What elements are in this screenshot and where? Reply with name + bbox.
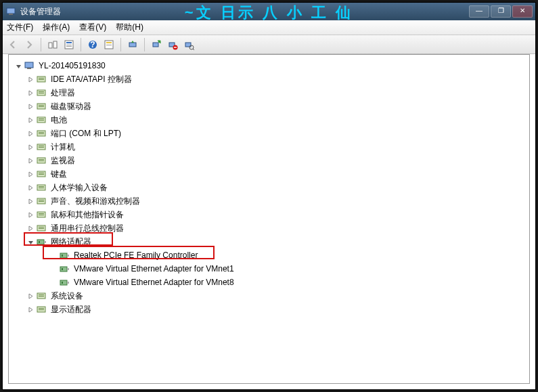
tree-root[interactable]: YL-201405191830 <box>12 59 526 72</box>
properties-button[interactable] <box>102 37 116 52</box>
uninstall-button[interactable] <box>149 37 164 52</box>
tree-item-label: 键盘 <box>49 168 68 181</box>
view-button[interactable] <box>62 37 76 52</box>
tree-category-8[interactable]: 人体学输入设备 <box>12 181 526 194</box>
tree-category-5[interactable]: 计算机 <box>12 140 526 154</box>
tree-category-2[interactable]: 磁盘驱动器 <box>12 100 526 113</box>
tree-category-3[interactable]: 电池 <box>12 113 526 127</box>
tree-category-7[interactable]: 键盘 <box>12 167 526 181</box>
svg-rect-60 <box>44 241 46 243</box>
svg-rect-39 <box>39 146 44 146</box>
menu-action[interactable]: 操作(A) <box>43 22 70 33</box>
maximize-button[interactable]: ❐ <box>491 5 511 18</box>
menu-view[interactable]: 查看(V) <box>79 22 106 33</box>
expander-icon[interactable] <box>26 129 35 137</box>
tree-item-label: VMware Virtual Ethernet Adapter for VMne… <box>72 263 236 274</box>
tree-pane[interactable]: YL-201405191830IDE ATA/ATAPI 控制器处理器磁盘驱动器… <box>8 54 530 384</box>
tree-device-12-1[interactable]: VMware Virtual Ethernet Adapter for VMne… <box>12 262 526 276</box>
tree-item-label: 人体学输入设备 <box>49 181 109 194</box>
expander-icon[interactable] <box>49 278 58 286</box>
device-manager-window: 设备管理器 — ❐ ✕ ~文 日示 八 小 工 仙 文件(F) 操作(A) 查看… <box>2 2 536 390</box>
device-icon <box>36 169 47 179</box>
expander-icon[interactable] <box>49 265 58 273</box>
svg-rect-48 <box>39 186 44 187</box>
svg-rect-70 <box>62 282 63 284</box>
window-title: 设备管理器 <box>20 6 469 18</box>
expander-icon[interactable] <box>26 102 35 110</box>
device-icon <box>36 114 47 125</box>
title-bar[interactable]: 设备管理器 — ❐ ✕ <box>3 3 535 20</box>
menu-help[interactable]: 帮助(H) <box>116 22 143 33</box>
svg-rect-2 <box>49 43 52 48</box>
expander-icon[interactable] <box>26 305 35 313</box>
app-icon <box>5 6 16 17</box>
tree-item-label: Realtek PCIe FE Family Controller <box>72 250 199 261</box>
tree-category-13[interactable]: 系统设备 <box>12 289 526 303</box>
expander-icon[interactable] <box>14 62 22 70</box>
expander-icon[interactable] <box>26 170 35 178</box>
expander-icon[interactable] <box>26 116 35 124</box>
svg-rect-1 <box>9 14 13 15</box>
show-hidden-button[interactable] <box>45 37 60 52</box>
tree-category-6[interactable]: 监视器 <box>12 154 526 167</box>
svg-rect-46 <box>39 174 44 175</box>
tree-category-4[interactable]: 端口 (COM 和 LPT) <box>12 127 526 140</box>
tree-category-10[interactable]: 鼠标和其他指针设备 <box>12 208 526 221</box>
device-icon <box>36 87 47 98</box>
tree-item-label: 网络适配器 <box>49 236 93 248</box>
svg-rect-11 <box>106 42 112 43</box>
tree-category-0[interactable]: IDE ATA/ATAPI 控制器 <box>12 72 526 86</box>
svg-rect-33 <box>39 118 44 119</box>
device-icon <box>36 304 47 315</box>
close-button[interactable]: ✕ <box>512 5 533 18</box>
tree-category-1[interactable]: 处理器 <box>12 86 526 100</box>
device-icon <box>36 290 47 301</box>
svg-rect-65 <box>60 267 67 271</box>
tree-category-14[interactable]: 显示适配器 <box>12 303 526 316</box>
svg-rect-55 <box>39 215 44 215</box>
svg-rect-13 <box>129 43 136 47</box>
expander-icon[interactable] <box>26 224 35 232</box>
tree-item-label: 磁盘驱动器 <box>49 100 93 113</box>
svg-rect-31 <box>39 106 44 107</box>
back-button <box>5 37 20 52</box>
expander-icon[interactable] <box>26 143 35 151</box>
help-button[interactable]: ? <box>85 37 100 52</box>
tree-item-label: IDE ATA/ATAPI 控制器 <box>49 73 133 86</box>
svg-rect-72 <box>39 295 44 295</box>
expander-icon[interactable] <box>26 75 35 83</box>
expander-icon[interactable] <box>26 238 35 246</box>
toolbar-separator <box>41 38 41 51</box>
expander-icon[interactable] <box>26 211 35 219</box>
tree-category-9[interactable]: 声音、视频和游戏控制器 <box>12 194 526 208</box>
svg-rect-34 <box>39 120 44 121</box>
svg-rect-62 <box>60 253 67 258</box>
tree-item-label: VMware Virtual Ethernet Adapter for VMne… <box>72 277 236 288</box>
device-icon <box>59 263 70 274</box>
svg-rect-36 <box>39 132 44 133</box>
tree-category-12[interactable]: 网络适配器 <box>12 235 526 248</box>
expander-icon[interactable] <box>26 89 35 97</box>
toolbar-separator <box>120 38 121 51</box>
tree-device-12-0[interactable]: Realtek PCIe FE Family Controller <box>12 248 526 262</box>
expander-icon[interactable] <box>26 292 35 300</box>
scan-hardware-button[interactable] <box>181 37 196 52</box>
expander-icon[interactable] <box>26 183 35 192</box>
toolbar-separator <box>81 38 81 51</box>
tree-item-label: 监视器 <box>49 154 76 167</box>
svg-rect-30 <box>39 105 44 106</box>
tree-device-12-2[interactable]: VMware Virtual Ethernet Adapter for VMne… <box>12 276 526 289</box>
toolbar-separator <box>144 38 145 51</box>
svg-rect-17 <box>174 47 177 47</box>
update-driver-button[interactable] <box>125 37 140 52</box>
expander-icon[interactable] <box>26 156 35 165</box>
svg-rect-12 <box>106 45 112 45</box>
tree-category-11[interactable]: 通用串行总线控制器 <box>12 221 526 235</box>
menu-file[interactable]: 文件(F) <box>7 22 33 33</box>
expander-icon[interactable] <box>49 251 58 259</box>
svg-rect-24 <box>39 78 44 79</box>
expander-icon[interactable] <box>26 197 35 205</box>
minimize-button[interactable]: — <box>469 5 489 18</box>
device-tree: YL-201405191830IDE ATA/ATAPI 控制器处理器磁盘驱动器… <box>9 55 529 330</box>
disable-button[interactable] <box>165 37 180 52</box>
